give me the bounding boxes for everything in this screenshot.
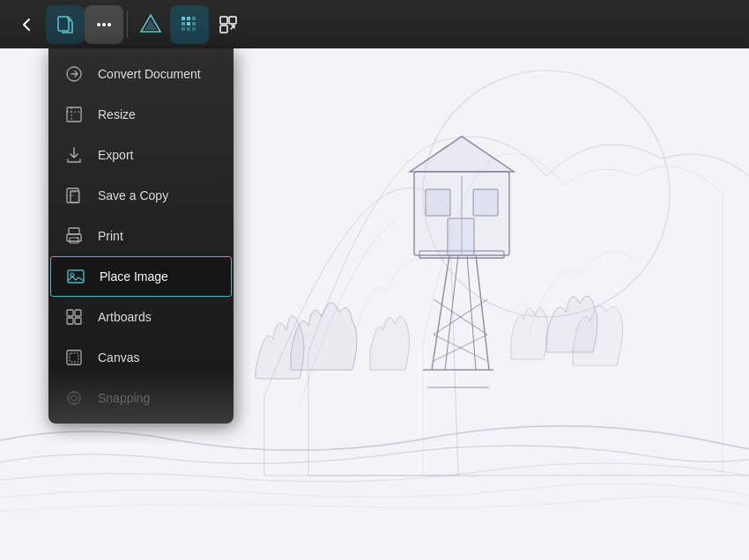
convert-icon xyxy=(63,63,85,85)
svg-rect-45 xyxy=(70,238,78,243)
canvas-icon xyxy=(63,346,85,369)
svg-point-19 xyxy=(67,17,72,22)
svg-rect-51 xyxy=(67,318,73,324)
menu-item-convert-document[interactable]: Convert Document xyxy=(48,54,234,94)
svg-rect-38 xyxy=(67,107,81,122)
back-button[interactable] xyxy=(7,5,46,44)
svg-point-21 xyxy=(102,23,106,26)
menu-item-canvas[interactable]: Canvas xyxy=(48,337,234,378)
more-button[interactable] xyxy=(85,5,123,44)
svg-rect-12 xyxy=(426,189,450,216)
grid-icon-button[interactable] xyxy=(170,5,209,44)
svg-rect-43 xyxy=(69,228,79,234)
toolbar-divider-1 xyxy=(127,11,128,38)
print-icon xyxy=(63,225,85,247)
menu-item-resize[interactable]: Resize xyxy=(48,94,234,135)
svg-rect-15 xyxy=(448,218,474,255)
svg-point-48 xyxy=(70,273,74,276)
canvas-label: Canvas xyxy=(98,350,139,365)
artboards-icon xyxy=(63,306,85,328)
menu-item-place-image[interactable]: Place Image xyxy=(50,256,232,297)
expand-button[interactable] xyxy=(209,5,248,44)
toolbar xyxy=(0,0,749,48)
svg-rect-50 xyxy=(75,310,81,316)
svg-rect-53 xyxy=(67,350,81,365)
svg-rect-35 xyxy=(229,17,236,24)
place-image-label: Place Image xyxy=(100,269,168,284)
menu-item-export[interactable]: Export xyxy=(48,135,234,175)
svg-rect-47 xyxy=(68,270,84,283)
svg-point-20 xyxy=(97,23,100,26)
svg-rect-26 xyxy=(187,17,190,20)
document-button[interactable] xyxy=(46,5,85,44)
place-image-icon xyxy=(64,265,87,288)
svg-rect-33 xyxy=(192,27,196,31)
menu-item-artboards[interactable]: Artboards xyxy=(48,297,234,337)
menu-item-snapping: Snapping xyxy=(48,378,234,418)
snapping-icon xyxy=(63,387,85,409)
print-label: Print xyxy=(98,229,123,243)
snapping-label: Snapping xyxy=(98,391,150,405)
svg-rect-31 xyxy=(182,27,185,31)
export-icon xyxy=(63,144,85,166)
svg-rect-27 xyxy=(192,17,196,20)
svg-rect-32 xyxy=(187,27,190,31)
dropdown-menu: Convert Document Resize Export xyxy=(48,48,234,424)
svg-rect-29 xyxy=(187,22,190,26)
export-label: Export xyxy=(98,148,133,162)
svg-rect-28 xyxy=(182,22,185,26)
svg-point-22 xyxy=(108,23,111,26)
artboards-label: Artboards xyxy=(98,310,152,324)
convert-document-label: Convert Document xyxy=(98,67,201,81)
svg-rect-49 xyxy=(67,310,73,316)
svg-rect-30 xyxy=(192,22,196,26)
svg-rect-13 xyxy=(473,189,498,216)
svg-rect-54 xyxy=(70,353,78,362)
save-copy-icon xyxy=(63,184,85,207)
affinity-icon-button[interactable] xyxy=(131,5,170,44)
svg-rect-36 xyxy=(220,26,227,33)
menu-item-print[interactable]: Print xyxy=(48,216,234,256)
svg-rect-34 xyxy=(220,17,227,24)
svg-rect-52 xyxy=(75,318,81,324)
svg-point-46 xyxy=(77,237,78,239)
resize-label: Resize xyxy=(98,107,136,122)
resize-icon xyxy=(63,103,85,126)
menu-item-save-copy[interactable]: Save a Copy xyxy=(48,175,234,216)
svg-rect-25 xyxy=(182,17,185,20)
save-copy-label: Save a Copy xyxy=(98,188,168,203)
svg-rect-42 xyxy=(70,191,79,203)
svg-marker-24 xyxy=(145,19,157,30)
svg-point-56 xyxy=(71,395,77,401)
